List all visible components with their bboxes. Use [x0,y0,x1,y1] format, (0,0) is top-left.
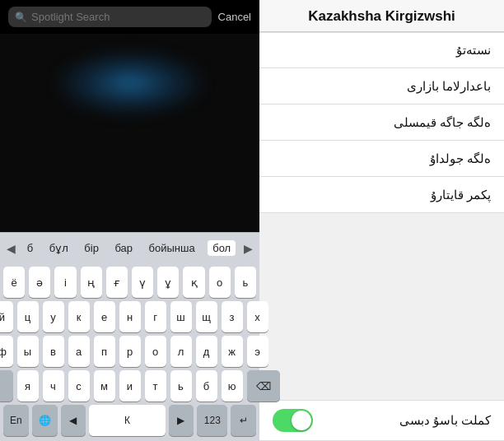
cancel-button[interactable]: Cancel [218,11,251,23]
menu-item[interactable]: نستەتۇ [259,32,504,68]
key-ғ[interactable]: ғ [106,267,128,298]
menu-item-text: باعدارلاما بازارى [407,79,491,94]
suggestion-item[interactable]: бойынша [146,240,198,256]
key-б[interactable]: б [196,370,217,402]
menu-item[interactable]: پكمر قايتارۇ [259,177,504,213]
key-ə[interactable]: ə [29,267,50,298]
key-а[interactable]: а [68,336,90,367]
left-arrow-key[interactable]: ◀ [61,405,86,436]
key-л[interactable]: л [170,336,192,367]
menu-item-text: ەلگە جاگە قيمسلى [394,115,491,130]
key-п[interactable]: п [94,336,115,367]
toggle-switch[interactable] [273,409,313,432]
menu-item[interactable]: باعدارلاما بازارى [259,68,504,104]
key-с[interactable]: с [68,370,90,402]
suggestion-item[interactable]: б [24,240,36,256]
keyboard-row-2: й ц у к е н г ш щ з х [0,298,259,332]
key-г[interactable]: г [145,301,166,332]
right-arrow-key[interactable]: ▶ [169,405,194,436]
menu-list: نستەتۇ باعدارلاما بازارى ەلگە جاگە قيمسل… [259,32,504,400]
left-panel: 🔍 Cancel ◀ б бұл бір бар бойынша бол ▶ ё… [0,0,259,441]
key-з[interactable]: з [222,301,243,332]
key-и[interactable]: и [119,370,141,402]
suggestions-list: б бұл бір бар бойынша бол [19,240,240,256]
key-о2[interactable]: о [145,336,166,367]
menu-item-text: پكمر قايتارۇ [431,188,491,202]
key-й[interactable]: й [0,301,13,332]
toggle-knob [292,411,311,430]
suggestion-item[interactable]: бір [81,240,102,256]
right-panel-title: Kazakhsha Kirgizwshi [308,8,455,24]
key-р[interactable]: р [119,336,141,367]
keyboard-row-1: ё ə і ң ғ ү ұ қ о ь [0,263,259,298]
suggestions-right-arrow[interactable]: ▶ [240,242,256,255]
key-н[interactable]: н [119,301,141,332]
search-input[interactable] [31,11,205,23]
key-ү[interactable]: ү [132,267,153,298]
menu-item-text: ەلگە جولداۇ [430,151,491,166]
num-key[interactable]: 123 [197,405,227,436]
key-ц[interactable]: ц [17,301,39,332]
key-і[interactable]: і [54,267,76,298]
delete-key[interactable]: ⌫ [247,370,280,402]
key-ш[interactable]: ш [170,301,192,332]
key-е[interactable]: е [94,301,115,332]
menu-item-text: نستەتۇ [456,43,491,58]
menu-item[interactable]: ەلگە جولداۇ [259,141,504,177]
toggle-label: كملت باسۇ دبسى [399,413,491,428]
keyboard-bottom-row: En 🌐 ◀ К ▶ 123 ↵ [0,402,259,441]
key-в[interactable]: в [43,336,64,367]
search-input-wrapper[interactable]: 🔍 [8,7,212,27]
key-я[interactable]: я [17,370,39,402]
glow-effect [56,50,204,116]
suggestion-item[interactable]: бар [111,240,136,256]
suggestion-item[interactable]: бұл [46,240,72,256]
key-м[interactable]: м [94,370,115,402]
key-э[interactable]: э [247,336,268,367]
lang-key[interactable]: En [3,405,29,436]
key-д[interactable]: д [196,336,217,367]
key-қ[interactable]: қ [183,267,204,298]
keyboard-row-3: ф ы в а п р о л д ж э [0,332,259,367]
key-щ[interactable]: щ [196,301,217,332]
key-о[interactable]: о [209,267,231,298]
key-ы[interactable]: ы [17,336,39,367]
key-ф[interactable]: ф [0,336,13,367]
toggle-row: كملت باسۇ دبسى [259,400,504,441]
keyboard: ё ə і ң ғ ү ұ қ о ь й ц у к е н г ш щ з … [0,263,259,441]
key-ё[interactable]: ё [3,267,25,298]
key-к[interactable]: к [68,301,90,332]
key-у[interactable]: у [43,301,64,332]
search-icon: 🔍 [15,12,27,23]
key-ч[interactable]: ч [43,370,64,402]
key-ь2[interactable]: ь [170,370,192,402]
key-х[interactable]: х [247,301,268,332]
return-key[interactable]: ↵ [231,405,256,436]
menu-item[interactable]: ەلگە جاگە قيمسلى [259,104,504,141]
shift-key[interactable]: ⇧ [0,370,13,402]
key-ю[interactable]: ю [222,370,243,402]
suggestions-left-arrow[interactable]: ◀ [3,242,19,255]
key-ң[interactable]: ң [81,267,102,298]
dark-area [0,34,259,232]
suggestions-bar: ◀ б бұл бір бар бойынша бол ▶ [0,232,259,263]
globe-key[interactable]: 🌐 [32,405,58,436]
key-ұ[interactable]: ұ [157,267,179,298]
keyboard-row-4: ⇧ я ч с м и т ь б ю ⌫ [0,367,259,402]
space-key[interactable]: К [89,405,165,436]
search-bar: 🔍 Cancel [0,0,259,34]
right-header: Kazakhsha Kirgizwshi [259,0,504,32]
right-panel: Kazakhsha Kirgizwshi نستەتۇ باعدارلاما ب… [259,0,504,441]
key-ж[interactable]: ж [222,336,243,367]
key-ь[interactable]: ь [235,267,256,298]
suggestion-item-active[interactable]: бол [208,240,236,256]
key-т[interactable]: т [145,370,166,402]
